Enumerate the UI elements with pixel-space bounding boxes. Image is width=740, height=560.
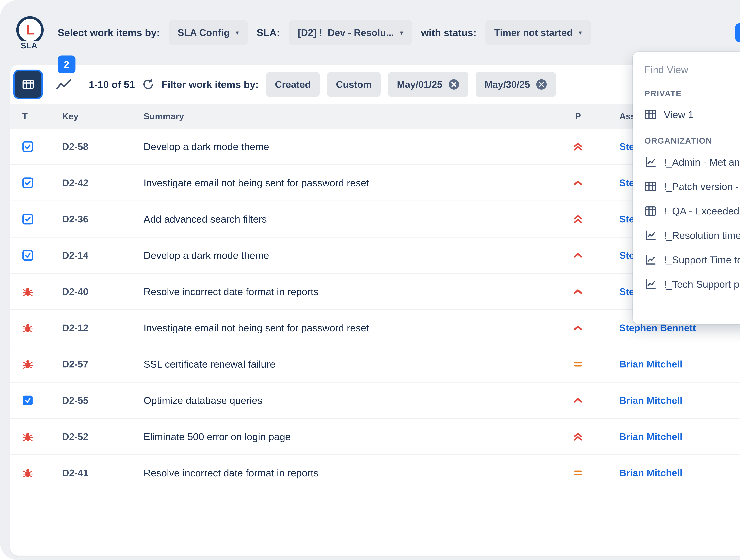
col-priority[interactable]: P xyxy=(548,104,608,129)
issue-key[interactable]: D2-52 xyxy=(62,431,88,442)
filter-work-items-label: Filter work items by: xyxy=(162,79,259,90)
view-name: !_Support Time to First response xyxy=(664,254,740,266)
sla-dropdown[interactable]: [D2] !_Dev - Resolu...▾ xyxy=(289,20,412,45)
find-view-input[interactable] xyxy=(645,64,740,75)
issue-summary[interactable]: Develop a dark mode theme xyxy=(144,141,269,152)
priority-medium-icon xyxy=(573,468,583,478)
grid-icon xyxy=(645,205,656,217)
select-work-items-label: Select work items by: xyxy=(58,27,160,38)
priority-high-icon xyxy=(573,250,583,261)
issue-summary[interactable]: Investigate email not being sent for pas… xyxy=(144,322,369,334)
assignee-link[interactable]: Brian Mitchell xyxy=(619,395,682,406)
chart-icon xyxy=(645,278,656,290)
col-summary[interactable]: Summary xyxy=(144,104,548,129)
issue-summary[interactable]: Resolve incorrect date format in reports xyxy=(144,286,318,297)
bug-icon xyxy=(22,322,33,334)
chart-view-button[interactable] xyxy=(50,71,77,98)
issue-summary[interactable]: Optimize database queries xyxy=(144,395,262,406)
callout-step-2: 2 xyxy=(58,56,76,73)
filter-chip-created[interactable]: Created xyxy=(266,72,320,97)
priority-high-icon xyxy=(573,286,583,297)
chevron-down-icon: ▾ xyxy=(400,29,403,36)
org-view-item[interactable]: !_Support Time to First response xyxy=(645,248,740,272)
org-view-item[interactable]: !_Admin - Met and Exceeded for Month xyxy=(645,150,740,174)
bug-icon xyxy=(22,467,33,478)
issue-key[interactable]: D2-14 xyxy=(62,250,88,261)
issue-summary[interactable]: SSL certificate renewal failure xyxy=(144,358,275,370)
table-row[interactable]: D2-12 Investigate email not being sent f… xyxy=(10,310,740,346)
date-to-chip[interactable]: May/30/25 xyxy=(476,72,556,97)
close-icon[interactable] xyxy=(448,79,459,90)
logo-ring-icon: L xyxy=(16,16,44,44)
issue-summary[interactable]: Add advanced search filters xyxy=(144,213,267,225)
org-view-item[interactable]: !_Resolution time by Developers xyxy=(645,223,740,248)
issue-key[interactable]: D2-58 xyxy=(62,141,88,152)
filter-chip-custom[interactable]: Custom xyxy=(327,72,381,97)
sla-value: [D2] !_Dev - Resolu... xyxy=(298,27,394,38)
priority-high-icon xyxy=(573,395,583,405)
work-items-value: SLA Config xyxy=(178,27,229,38)
work-items-dropdown[interactable]: SLA Config▾ xyxy=(169,20,248,45)
refresh-button[interactable] xyxy=(142,78,154,90)
table-row[interactable]: D2-55 Optimize database queries Brian Mi… xyxy=(10,383,740,419)
view-name: !_Tech Support per Complexity xyxy=(664,279,740,290)
priority-highest-icon xyxy=(573,432,583,442)
issue-summary[interactable]: Develop a dark mode theme xyxy=(144,250,269,261)
org-view-item[interactable]: !_Tech Support per Complexity xyxy=(645,272,740,296)
issue-key[interactable]: D2-57 xyxy=(62,359,88,370)
content-card: 2 1-10 of 51 Filter work items by: Creat… xyxy=(10,65,740,556)
priority-high-icon xyxy=(573,322,583,333)
assignee-link[interactable]: Brian Mitchell xyxy=(619,359,682,370)
issue-key[interactable]: D2-36 xyxy=(62,213,88,225)
col-key[interactable]: Key xyxy=(62,104,144,129)
table-row[interactable]: D2-52 Eliminate 500 error on login page … xyxy=(10,419,740,455)
table-row[interactable]: D2-40 Resolve incorrect date format in r… xyxy=(10,274,740,310)
sla-label: SLA: xyxy=(257,27,280,38)
table-row[interactable]: D2-14 Develop a dark mode theme Stephen … xyxy=(10,238,740,274)
org-view-item[interactable]: !_Patch version - current sprint xyxy=(645,174,740,199)
toolbar: 2 1-10 of 51 Filter work items by: Creat… xyxy=(10,65,740,104)
issue-summary[interactable]: Resolve incorrect date format in reports xyxy=(144,467,318,479)
org-view-item[interactable]: !_QA - Exceeded issues for Testing xyxy=(645,199,740,223)
grid-view-button[interactable] xyxy=(13,70,43,99)
chart-icon xyxy=(645,229,656,242)
table-row[interactable]: D2-41 Resolve incorrect date format in r… xyxy=(10,455,740,491)
chevron-down-icon: ▾ xyxy=(578,29,582,36)
private-section-label: PRIVATE xyxy=(645,89,740,98)
table-row[interactable]: D2-36 Add advanced search filters Stephe… xyxy=(10,201,740,238)
table-row[interactable]: D2-42 Investigate email not being sent f… xyxy=(10,165,740,201)
task-icon xyxy=(22,395,33,406)
assignee-link[interactable]: Brian Mitchell xyxy=(619,467,682,478)
organization-views: !_Admin - Met and Exceeded for Month !_P… xyxy=(645,150,740,296)
issue-summary[interactable]: Investigate email not being sent for pas… xyxy=(144,177,369,189)
chart-icon xyxy=(645,254,656,266)
table-row[interactable]: D2-58 Develop a dark mode theme Stephen … xyxy=(10,129,740,165)
find-view-row xyxy=(645,61,740,78)
issue-key[interactable]: D2-12 xyxy=(62,322,88,334)
issue-key[interactable]: D2-55 xyxy=(62,395,88,406)
col-type[interactable]: T xyxy=(21,104,62,129)
organization-section-label: ORGANIZATION xyxy=(645,136,740,146)
chip-label: Custom xyxy=(336,79,372,90)
with-status-label: with status: xyxy=(421,27,476,38)
issue-key[interactable]: D2-41 xyxy=(62,467,88,478)
view-name: !_QA - Exceeded issues for Testing xyxy=(664,205,740,217)
close-icon[interactable] xyxy=(536,79,547,90)
issue-key[interactable]: D2-40 xyxy=(62,286,88,297)
date-from-chip[interactable]: May/01/25 xyxy=(388,72,468,97)
issue-summary[interactable]: Eliminate 500 error on login page xyxy=(144,431,291,442)
bug-icon xyxy=(22,286,33,297)
table-body: D2-58 Develop a dark mode theme Stephen … xyxy=(10,129,740,491)
priority-highest-icon xyxy=(573,141,583,152)
view-item-private[interactable]: View 1 4 xyxy=(645,103,740,126)
select-view-popup: PRIVATE View 1 4 ORGANIZATION !_Admin - … xyxy=(633,52,740,324)
status-dropdown[interactable]: Timer not started▾ xyxy=(485,20,591,45)
app-logo: L SLA xyxy=(15,15,49,50)
logo-letter: L xyxy=(26,22,34,37)
table-row[interactable]: D2-57 SSL certificate renewal failure Br… xyxy=(10,346,740,383)
chip-label: May/30/25 xyxy=(484,79,530,90)
assignee-link[interactable]: Brian Mitchell xyxy=(619,431,682,442)
chart-view-icon xyxy=(56,78,72,90)
top-bar: L SLA Select work items by: SLA Config▾ … xyxy=(0,0,740,65)
issue-key[interactable]: D2-42 xyxy=(62,177,88,188)
